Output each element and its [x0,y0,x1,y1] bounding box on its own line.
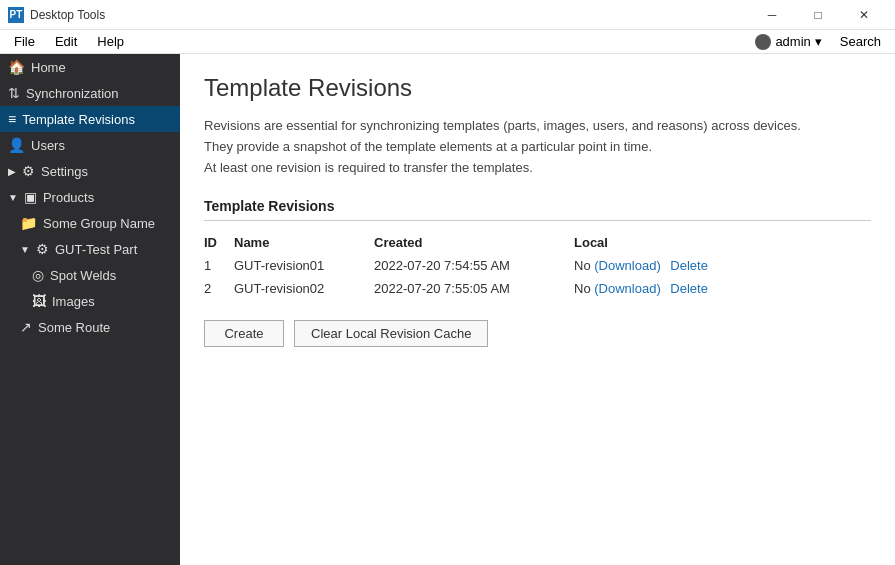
description-block: Revisions are essential for synchronizin… [204,116,871,178]
main-layout: 🏠 Home ⇅ Synchronization ≡ Template Revi… [0,54,895,565]
expand-icon: ▶ [8,166,16,177]
menu-bar: File Edit Help admin ▾ Search [0,30,895,54]
spot-weld-icon: ◎ [32,267,44,283]
search-button[interactable]: Search [830,30,891,54]
sync-icon: ⇅ [8,85,20,101]
clear-cache-button[interactable]: Clear Local Revision Cache [294,320,488,347]
description-line-3: At least one revision is required to tra… [204,158,871,179]
description-line-2: They provide a snapshot of the template … [204,137,871,158]
minimize-button[interactable]: ─ [749,0,795,30]
col-header-local: Local [574,231,871,254]
user-icon [755,34,771,50]
sidebar-item-label: Some Group Name [43,216,155,231]
col-header-id: ID [204,231,234,254]
row2-delete-link[interactable]: Delete [670,281,708,296]
sidebar-item-gut-test-part[interactable]: ▼ ⚙ GUT-Test Part [0,236,180,262]
sidebar-item-template-revisions[interactable]: ≡ Template Revisions [0,106,180,132]
products-icon: ▣ [24,189,37,205]
row2-id: 2 [204,277,234,300]
sidebar-item-some-group[interactable]: 📁 Some Group Name [0,210,180,236]
row2-local: No (Download) Delete [574,277,871,300]
sidebar-item-label: Settings [41,164,88,179]
row1-created: 2022-07-20 7:54:55 AM [374,254,574,277]
col-header-created: Created [374,231,574,254]
sidebar: 🏠 Home ⇅ Synchronization ≡ Template Revi… [0,54,180,565]
row1-download-link[interactable]: (Download) [594,258,660,273]
row2-download-link[interactable]: (Download) [594,281,660,296]
close-button[interactable]: ✕ [841,0,887,30]
row2-name: GUT-revision02 [234,277,374,300]
sidebar-item-products[interactable]: ▼ ▣ Products [0,184,180,210]
home-icon: 🏠 [8,59,25,75]
content-area: Template Revisions Revisions are essenti… [180,54,895,565]
expand-icon: ▼ [20,244,30,255]
admin-label: admin [775,34,810,49]
sidebar-item-label: Template Revisions [22,112,135,127]
app-title: Desktop Tools [30,8,749,22]
part-icon: ⚙ [36,241,49,257]
sidebar-item-label: Home [31,60,66,75]
chevron-down-icon: ▾ [815,34,822,49]
create-button[interactable]: Create [204,320,284,347]
sidebar-item-label: Synchronization [26,86,119,101]
users-icon: 👤 [8,137,25,153]
row1-name: GUT-revision01 [234,254,374,277]
revisions-table: ID Name Created Local 1 GUT-revision01 2… [204,231,871,300]
table-row: 1 GUT-revision01 2022-07-20 7:54:55 AM N… [204,254,871,277]
row1-local-value: No [574,258,591,273]
file-menu[interactable]: File [4,30,45,54]
route-icon: ↗ [20,319,32,335]
sidebar-item-settings[interactable]: ▶ ⚙ Settings [0,158,180,184]
sidebar-item-users[interactable]: 👤 Users [0,132,180,158]
expand-icon: ▼ [8,192,18,203]
row1-local: No (Download) Delete [574,254,871,277]
table-row: 2 GUT-revision02 2022-07-20 7:55:05 AM N… [204,277,871,300]
page-title: Template Revisions [204,74,871,102]
sidebar-item-some-route[interactable]: ↗ Some Route [0,314,180,340]
sidebar-item-home[interactable]: 🏠 Home [0,54,180,80]
row1-delete-link[interactable]: Delete [670,258,708,273]
app-icon: PT [8,7,24,23]
maximize-button[interactable]: □ [795,0,841,30]
row1-id: 1 [204,254,234,277]
row2-local-value: No [574,281,591,296]
sidebar-item-spot-welds[interactable]: ◎ Spot Welds [0,262,180,288]
title-bar: PT Desktop Tools ─ □ ✕ [0,0,895,30]
sidebar-item-label: Products [43,190,94,205]
edit-menu[interactable]: Edit [45,30,87,54]
template-icon: ≡ [8,111,16,127]
description-line-1: Revisions are essential for synchronizin… [204,116,871,137]
section-title: Template Revisions [204,198,871,221]
images-icon: 🖼 [32,293,46,309]
sidebar-item-label: Some Route [38,320,110,335]
sidebar-item-images[interactable]: 🖼 Images [0,288,180,314]
sidebar-item-label: Users [31,138,65,153]
row2-created: 2022-07-20 7:55:05 AM [374,277,574,300]
folder-icon: 📁 [20,215,37,231]
help-menu[interactable]: Help [87,30,134,54]
button-row: Create Clear Local Revision Cache [204,320,871,347]
col-header-name: Name [234,231,374,254]
settings-icon: ⚙ [22,163,35,179]
window-controls: ─ □ ✕ [749,0,887,30]
sidebar-item-label: Spot Welds [50,268,116,283]
sidebar-item-label: GUT-Test Part [55,242,137,257]
admin-menu[interactable]: admin ▾ [747,30,829,54]
sidebar-item-sync[interactable]: ⇅ Synchronization [0,80,180,106]
sidebar-item-label: Images [52,294,95,309]
